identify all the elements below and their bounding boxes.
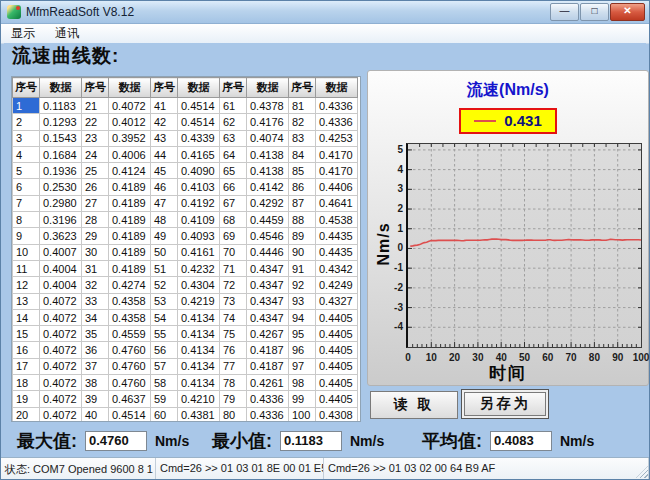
table-cell-value[interactable]: 0.4336 — [247, 391, 289, 407]
table-cell-serial[interactable]: 2 — [13, 114, 40, 130]
table-cell-value[interactable]: 0.4093 — [178, 228, 220, 244]
table-cell-serial[interactable]: 50 — [151, 244, 178, 260]
table-cell-value[interactable]: 0.4134 — [178, 342, 220, 358]
table-cell-value[interactable]: 0.4072 — [40, 407, 82, 422]
table-cell-serial[interactable]: 63 — [220, 130, 247, 146]
min-value-field[interactable]: 0.1183 — [280, 431, 342, 451]
table-cell-value[interactable]: 0.1684 — [40, 146, 82, 162]
table-cell-serial[interactable]: 12 — [13, 277, 40, 293]
table-cell-serial[interactable]: 22 — [82, 114, 109, 130]
table-cell-serial[interactable]: 26 — [82, 179, 109, 195]
table-cell-serial[interactable]: 11 — [13, 260, 40, 276]
table-cell-value[interactable]: 0.4267 — [247, 326, 289, 342]
table-cell-value[interactable]: 0.4405 — [316, 309, 358, 325]
table-cell-value[interactable]: 0.4189 — [109, 228, 151, 244]
table-cell-serial[interactable]: 61 — [220, 98, 247, 114]
table-cell-value[interactable]: 0.4103 — [178, 179, 220, 195]
table-cell-serial[interactable]: 13 — [13, 293, 40, 309]
table-cell-value[interactable]: 0.4187 — [247, 342, 289, 358]
table-cell-serial[interactable]: 99 — [289, 391, 316, 407]
table-cell-value[interactable]: 0.4134 — [178, 375, 220, 391]
table-cell-serial[interactable]: 31 — [82, 260, 109, 276]
table-cell-value[interactable]: 0.4253 — [316, 130, 358, 146]
table-cell-serial[interactable]: 79 — [220, 391, 247, 407]
table-cell-serial[interactable]: 98 — [289, 375, 316, 391]
table-cell-serial[interactable]: 64 — [220, 146, 247, 162]
table-cell-value[interactable]: 0.4339 — [178, 130, 220, 146]
table-cell-value[interactable]: 0.4074 — [247, 130, 289, 146]
table-cell-value[interactable]: 0.4546 — [247, 228, 289, 244]
table-cell-value[interactable]: 0.4760 — [109, 342, 151, 358]
table-cell-serial[interactable]: 9 — [13, 228, 40, 244]
table-cell-serial[interactable]: 55 — [151, 326, 178, 342]
table-cell-value[interactable]: 0.4109 — [178, 212, 220, 228]
table-cell-serial[interactable]: 67 — [220, 195, 247, 211]
table-cell-value[interactable]: 0.4072 — [40, 358, 82, 374]
table-cell-serial[interactable]: 72 — [220, 277, 247, 293]
table-cell-serial[interactable]: 53 — [151, 293, 178, 309]
table-cell-serial[interactable]: 45 — [151, 163, 178, 179]
table-cell-value[interactable]: 0.4358 — [109, 309, 151, 325]
table-cell-serial[interactable]: 16 — [13, 342, 40, 358]
table-cell-value[interactable]: 0.4274 — [109, 277, 151, 293]
table-cell-value[interactable]: 0.4134 — [178, 358, 220, 374]
table-cell-value[interactable]: 0.1936 — [40, 163, 82, 179]
table-cell-value[interactable]: 0.4336 — [247, 407, 289, 422]
table-cell-serial[interactable]: 92 — [289, 277, 316, 293]
table-cell-value[interactable]: 0.4134 — [178, 309, 220, 325]
table-cell-value[interactable]: 0.4176 — [247, 114, 289, 130]
table-cell-value[interactable]: 0.4170 — [316, 146, 358, 162]
table-cell-value[interactable]: 0.4072 — [40, 326, 82, 342]
table-cell-value[interactable]: 0.4405 — [316, 358, 358, 374]
table-cell-serial[interactable]: 21 — [82, 98, 109, 114]
table-cell-value[interactable]: 0.4342 — [316, 260, 358, 276]
table-cell-serial[interactable]: 30 — [82, 244, 109, 260]
table-cell-serial[interactable]: 80 — [220, 407, 247, 422]
table-cell-value[interactable]: 0.4559 — [109, 326, 151, 342]
table-cell-serial[interactable]: 57 — [151, 358, 178, 374]
table-cell-value[interactable]: 0.4336 — [316, 98, 358, 114]
table-cell-serial[interactable]: 23 — [82, 130, 109, 146]
table-cell-value[interactable]: 0.4210 — [178, 391, 220, 407]
table-cell-value[interactable]: 0.4165 — [178, 146, 220, 162]
table-cell-value[interactable]: 0.3196 — [40, 212, 82, 228]
table-cell-serial[interactable]: 32 — [82, 277, 109, 293]
table-cell-value[interactable]: 0.4435 — [316, 244, 358, 260]
table-cell-value[interactable]: 0.3623 — [40, 228, 82, 244]
table-cell-value[interactable]: 0.4538 — [316, 212, 358, 228]
table-cell-serial[interactable]: 78 — [220, 375, 247, 391]
table-cell-value[interactable]: 0.4189 — [109, 195, 151, 211]
table-cell-value[interactable]: 0.1543 — [40, 130, 82, 146]
table-cell-value[interactable]: 0.2980 — [40, 195, 82, 211]
table-cell-value[interactable]: 0.4459 — [247, 212, 289, 228]
table-cell-serial[interactable]: 54 — [151, 309, 178, 325]
table-cell-serial[interactable]: 97 — [289, 358, 316, 374]
table-cell-value[interactable]: 0.4142 — [247, 179, 289, 195]
table-cell-value[interactable]: 0.4641 — [316, 195, 358, 211]
table-cell-serial[interactable]: 74 — [220, 309, 247, 325]
table-cell-serial[interactable]: 34 — [82, 309, 109, 325]
table-cell-value[interactable]: 0.4336 — [316, 114, 358, 130]
table-cell-serial[interactable]: 28 — [82, 212, 109, 228]
table-cell-serial[interactable]: 90 — [289, 244, 316, 260]
table-cell-serial[interactable]: 96 — [289, 342, 316, 358]
table-cell-value[interactable]: 0.4405 — [316, 391, 358, 407]
table-cell-value[interactable]: 0.4232 — [178, 260, 220, 276]
table-cell-serial[interactable]: 52 — [151, 277, 178, 293]
table-cell-serial[interactable]: 59 — [151, 391, 178, 407]
table-cell-serial[interactable]: 93 — [289, 293, 316, 309]
table-cell-serial[interactable]: 91 — [289, 260, 316, 276]
table-cell-serial[interactable]: 3 — [13, 130, 40, 146]
data-table[interactable]: 序号数据序号数据序号数据序号数据序号数据 10.1183210.4072410.… — [11, 76, 361, 422]
table-cell-serial[interactable]: 41 — [151, 98, 178, 114]
table-cell-serial[interactable]: 68 — [220, 212, 247, 228]
table-cell-value[interactable]: 0.4170 — [316, 163, 358, 179]
table-cell-value[interactable]: 0.4189 — [109, 244, 151, 260]
table-cell-value[interactable]: 0.4405 — [316, 342, 358, 358]
table-cell-serial[interactable]: 44 — [151, 146, 178, 162]
table-cell-value[interactable]: 0.4072 — [40, 342, 82, 358]
table-cell-serial[interactable]: 71 — [220, 260, 247, 276]
table-cell-serial[interactable]: 36 — [82, 342, 109, 358]
table-cell-serial[interactable]: 85 — [289, 163, 316, 179]
table-cell-value[interactable]: 0.4435 — [316, 228, 358, 244]
